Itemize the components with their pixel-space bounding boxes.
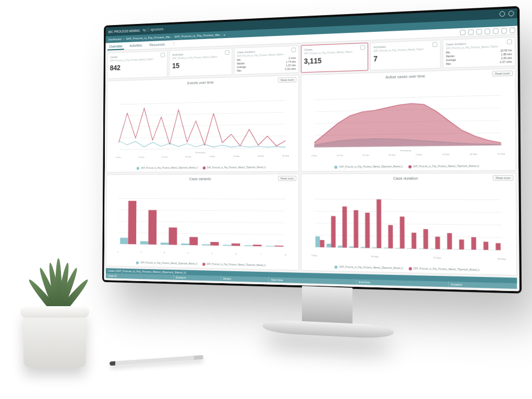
- svg-line-14: [315, 95, 501, 100]
- delete-icon[interactable]: [476, 29, 482, 34]
- svg-rect-66: [316, 236, 320, 247]
- svg-text:Timestamp: Timestamp: [400, 149, 411, 151]
- svg-rect-87: [377, 199, 381, 248]
- svg-line-0: [119, 101, 286, 105]
- refresh-icon[interactable]: [501, 28, 507, 34]
- kpi-title: Case duration: [446, 42, 466, 46]
- svg-rect-44: [181, 243, 189, 245]
- svg-line-30: [118, 221, 286, 223]
- tab-resources[interactable]: Resources: [148, 42, 167, 49]
- svg-text:8: 8: [285, 253, 286, 256]
- svg-text:5 Feb: 5 Feb: [416, 153, 422, 156]
- plant-pot: [23, 310, 86, 368]
- chart-events-over-time: Reset zoom Events over time 8 Jan15 Jan2…: [106, 75, 299, 173]
- filter-icon[interactable]: [161, 53, 165, 57]
- reset-zoom-button[interactable]: Reset zoom: [278, 176, 296, 181]
- chart-title: Case variants: [110, 176, 295, 182]
- reset-zoom-button[interactable]: Reset zoom: [493, 175, 513, 180]
- svg-text:1: 1: [117, 250, 119, 253]
- svg-rect-91: [424, 229, 428, 249]
- svg-rect-88: [388, 225, 393, 248]
- svg-text:2: 2: [140, 251, 142, 253]
- svg-rect-46: [223, 245, 232, 246]
- svg-rect-74: [407, 248, 412, 248]
- brand-logo: BIC PROCESS MINING: [108, 29, 140, 33]
- col-duration[interactable]: Duration: [449, 282, 517, 289]
- reset-zoom-button[interactable]: Reset zoom: [278, 77, 296, 83]
- svg-line-28: [118, 198, 286, 199]
- svg-rect-84: [342, 206, 347, 247]
- svg-rect-85: [354, 210, 358, 247]
- tab-more[interactable]: ⋮: [171, 41, 177, 48]
- crumb-log-a[interactable]: SAP_Procure_to_Pay_Process_filte...: [126, 35, 173, 41]
- gear-icon[interactable]: [432, 42, 437, 47]
- svg-text:3: 3: [164, 251, 165, 253]
- legend-item: SAP_Procure_to_Pay_Process_filtered_75pe…: [408, 164, 479, 168]
- svg-text:29 Jan: 29 Jan: [185, 155, 191, 158]
- svg-rect-95: [471, 237, 476, 249]
- kpi-title: Activities: [373, 45, 386, 49]
- crumb-dashboard[interactable]: Dashboard: [108, 38, 122, 41]
- reset-zoom-button[interactable]: Reset zoom: [492, 70, 513, 77]
- svg-text:4: 4: [187, 251, 189, 254]
- filter-icon[interactable]: [360, 45, 365, 50]
- legend-item: SAP_Procure_to_Pay_Process_filtered_75pe…: [202, 263, 266, 268]
- kpi-title: Case duration: [237, 50, 255, 54]
- svg-line-57: [315, 199, 502, 199]
- svg-text:12 Feb: 12 Feb: [442, 153, 450, 156]
- bookmark-icon[interactable]: [460, 30, 466, 35]
- expand-icon[interactable]: [507, 39, 512, 44]
- svg-rect-83: [331, 216, 336, 247]
- monitor-stand: [262, 284, 394, 369]
- kpi-cases-b: Cases SAP_Procure_to_Pay_Process_filtere…: [301, 43, 368, 73]
- svg-text:5: 5: [211, 252, 213, 255]
- svg-text:7: 7: [260, 253, 262, 256]
- chart-legend: SAP_Procure_to_Pay_Process_filtered_25pe…: [110, 166, 295, 170]
- user-icon[interactable]: [509, 10, 514, 16]
- tab-overview[interactable]: Overview: [107, 43, 124, 51]
- help-icon[interactable]: [500, 11, 505, 17]
- svg-line-2: [119, 124, 286, 127]
- svg-rect-71: [372, 247, 377, 248]
- share-icon[interactable]: [493, 28, 499, 34]
- kpi-value: 7: [373, 52, 437, 63]
- kpi-title: Cases: [304, 47, 312, 51]
- expand-icon[interactable]: [292, 47, 296, 52]
- gear-icon[interactable]: [225, 50, 229, 55]
- svg-rect-43: [161, 243, 169, 245]
- settings-icon[interactable]: [510, 28, 515, 33]
- svg-text:12 Feb: 12 Feb: [233, 155, 240, 158]
- svg-text:Timestamp: Timestamp: [195, 151, 205, 153]
- svg-line-31: [118, 232, 286, 234]
- svg-rect-69: [349, 246, 354, 247]
- svg-rect-54: [232, 243, 240, 246]
- svg-rect-97: [495, 243, 501, 250]
- expand-icon[interactable]: [485, 29, 490, 34]
- svg-rect-52: [189, 237, 198, 245]
- kpi-value: 15: [172, 60, 229, 70]
- legend-item: SAP_Procure_to_Pay_Process_filtered_25pe…: [136, 261, 197, 265]
- svg-rect-50: [148, 210, 156, 244]
- svg-rect-82: [320, 240, 324, 247]
- svg-text:8 Jan: 8 Jan: [311, 154, 317, 157]
- export-icon[interactable]: [468, 29, 474, 35]
- crumb-log-b[interactable]: SAP_Procure_to_Pay_Process_filte...: [174, 33, 222, 39]
- col-events[interactable]: Events ▾: [174, 275, 221, 281]
- svg-text:25 Feb: 25 Feb: [498, 153, 505, 156]
- pen-decoration: [110, 355, 203, 366]
- svg-rect-73: [395, 248, 400, 248]
- chevron-down-icon[interactable]: ▾: [224, 33, 225, 37]
- kpi-value: 842: [110, 62, 165, 72]
- svg-line-29: [118, 210, 286, 211]
- svg-text:0 day: 0 day: [311, 254, 317, 257]
- legend-item: SAP_Procure_to_Pay_Process_filtered_25pe…: [335, 265, 403, 270]
- kpi-cases-a: Cases SAP_Procure_to_Pay_Process_filtere…: [107, 51, 167, 79]
- svg-text:8 Jan: 8 Jan: [116, 156, 122, 159]
- svg-line-4: [119, 148, 286, 150]
- svg-text:19 Feb: 19 Feb: [258, 155, 264, 158]
- tab-activities[interactable]: Activities: [128, 42, 144, 50]
- legend-item: SAP_Procure_to_Pay_Process_filtered_75pe…: [408, 267, 480, 272]
- col-variant[interactable]: Variant: [221, 276, 269, 282]
- kpi-value: 3,115: [304, 55, 366, 65]
- col-case-id[interactable]: Case ID: [106, 273, 174, 280]
